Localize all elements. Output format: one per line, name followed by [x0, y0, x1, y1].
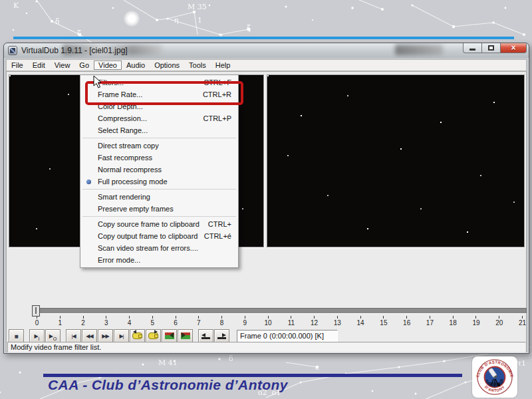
menu-item-preserve-empty-frames[interactable]: Preserve empty frames	[80, 203, 238, 215]
top-divider	[13, 37, 514, 39]
window-title: VirtualDub 1.9.11 - [ciel01.jpg]	[21, 46, 128, 55]
key-next-icon	[148, 332, 158, 339]
title-bar[interactable]: VirtualDub 1.9.11 - [ciel01.jpg] ×	[4, 43, 529, 58]
timeline-tick-label: 16	[401, 319, 412, 327]
footer-text: CAA - Club d’Astronomie d’Antony	[48, 377, 288, 393]
constellation-label: M 41	[158, 358, 178, 367]
timeline-tick	[83, 316, 84, 319]
menu-item-copy-source-frame[interactable]: Copy source frame to clipboardCTRL+	[80, 218, 238, 230]
skip-start-icon: |◀	[71, 333, 75, 339]
menu-go[interactable]: Go	[74, 61, 94, 70]
constellation-label: δ	[55, 17, 60, 26]
maximize-button[interactable]	[482, 43, 500, 53]
menu-separator	[82, 216, 236, 217]
skip-end-icon: ▶|	[119, 333, 123, 339]
menu-item-compression[interactable]: Compression...CTRL+P	[80, 112, 238, 124]
club-logo-badge: CLUB D'ASTRONOMIE D'ANTONY	[474, 358, 515, 396]
timeline-tick	[453, 316, 454, 319]
menu-help[interactable]: Help	[211, 61, 235, 70]
menu-item-smart-rendering[interactable]: Smart rendering	[80, 191, 238, 203]
timeline-tick-label: 20	[493, 319, 505, 327]
timeline-tick-label: 14	[355, 319, 366, 327]
timeline-tick-label: 5	[147, 319, 158, 327]
timeline-tick-label: 13	[332, 319, 343, 327]
menu-video[interactable]: Video	[94, 61, 122, 70]
menu-view[interactable]: View	[50, 61, 75, 70]
timeline-position-handle[interactable]	[32, 305, 40, 317]
menu-item-fast-recompress[interactable]: Fast recompress	[80, 152, 238, 164]
timeline-tick	[314, 316, 315, 319]
timeline-tick	[475, 316, 476, 319]
prev-scene-button[interactable]	[162, 329, 177, 343]
menu-edit[interactable]: Edit	[28, 61, 50, 70]
stop-button[interactable]: ■	[9, 329, 24, 343]
frame-status: Frame 0 (0:00:00.000) [K]	[237, 330, 338, 342]
play-icon: ▶	[49, 333, 53, 339]
menu-item-direct-stream-copy[interactable]: Direct stream copy	[80, 140, 238, 152]
timeline-tick	[383, 316, 384, 319]
minimize-button[interactable]	[463, 43, 482, 53]
timeline-tick-label: 0	[31, 319, 43, 327]
client-area: Filters...CTRL+F Frame Rate...CTRL+R Col…	[6, 71, 527, 352]
transport-toolbar: ■ ▶I ▶O |◀ ◀◀ ▶▶ ▶| Frame 0 (0:00:00.000…	[9, 329, 338, 343]
constellation-label: τ1	[517, 359, 526, 368]
timeline-tick-label: 18	[448, 319, 459, 327]
app-icon	[8, 46, 17, 55]
timeline-tick-label: 6	[170, 319, 182, 327]
menu-audio[interactable]: Audio	[122, 61, 150, 70]
constellation-label: 1	[198, 16, 202, 25]
radio-selected-icon	[86, 180, 91, 184]
timeline-ruler: 0123456789101112131415161718192021	[7, 315, 527, 328]
next-scene-button[interactable]	[178, 329, 193, 343]
play-output-button[interactable]: ▶O	[45, 329, 61, 343]
video-pane-output	[267, 74, 525, 247]
menu-item-full-processing-mode[interactable]: Full processing mode	[80, 176, 238, 188]
menu-tools[interactable]: Tools	[184, 61, 211, 70]
timeline-tick-label: 2	[78, 319, 89, 327]
timeline-tick	[522, 316, 523, 319]
timeline-tick-label: 3	[100, 319, 112, 327]
minimize-icon	[469, 49, 475, 51]
constellation-label: M 35	[188, 3, 207, 11]
timeline-tick-label: 21	[517, 319, 528, 327]
maximize-icon	[488, 45, 494, 51]
menu-item-error-mode[interactable]: Error mode...	[80, 254, 238, 266]
constellation-label: η	[174, 16, 179, 25]
timeline-tick	[406, 316, 407, 319]
constellation-label: K	[13, 1, 19, 10]
timeline-tick	[245, 316, 245, 319]
prev-keyframe-button[interactable]	[130, 329, 145, 343]
menu-options[interactable]: Options	[150, 61, 184, 70]
timeline-tick	[152, 316, 153, 319]
constellation-label: ζ	[247, 24, 251, 33]
mark-in-icon	[201, 333, 210, 339]
timeline-tick-label: 12	[309, 319, 320, 327]
timeline-tick	[176, 316, 176, 319]
key-prev-icon	[132, 332, 142, 339]
next-keyframe-button[interactable]	[146, 329, 161, 343]
timeline-tick-label: 19	[470, 319, 481, 327]
mark-out-button[interactable]	[214, 329, 229, 343]
menu-item-normal-recompress[interactable]: Normal recompress	[80, 164, 238, 176]
bright-star	[124, 11, 140, 27]
menu-item-scan-video-stream[interactable]: Scan video stream for errors....	[80, 242, 238, 254]
timeline-tick	[129, 316, 130, 319]
menu-item-copy-output-frame[interactable]: Copy output frame to clipboardCTRL+é	[80, 230, 238, 242]
play-icon: ▶	[34, 333, 37, 339]
status-bar: Modify video frame filter list.	[7, 342, 526, 352]
play-input-button[interactable]: ▶I	[29, 329, 45, 343]
timeline-tick-label: 7	[193, 319, 204, 327]
timeline-tick-label: 1	[55, 319, 66, 327]
go-to-start-button[interactable]: |◀	[66, 329, 81, 343]
timeline-track[interactable]	[33, 308, 527, 314]
go-to-end-button[interactable]: ▶|	[114, 329, 129, 343]
timeline-tick-label: 10	[263, 319, 274, 327]
close-button[interactable]: ×	[500, 43, 527, 53]
step-backward-button[interactable]: ◀◀	[82, 329, 97, 343]
timeline-tick-label: 8	[216, 319, 227, 327]
menu-item-select-range[interactable]: Select Range...	[80, 124, 238, 136]
step-forward-button[interactable]: ▶▶	[98, 329, 113, 343]
constellation-label: δ	[229, 354, 233, 363]
menu-file[interactable]: File	[7, 61, 28, 70]
mark-in-button[interactable]	[198, 329, 213, 343]
